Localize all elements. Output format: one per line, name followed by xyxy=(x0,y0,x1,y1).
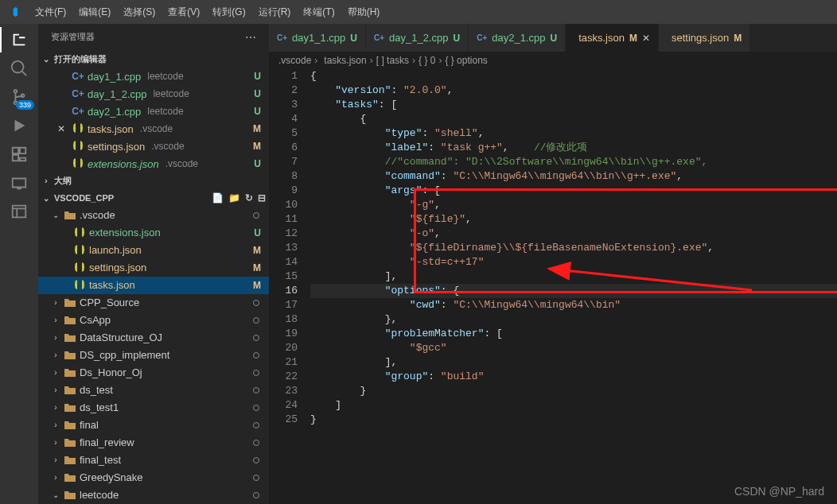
tree-label: final_test xyxy=(80,454,121,466)
open-editor-item[interactable]: settings.json.vscodeM xyxy=(38,138,269,155)
close-icon[interactable]: ✕ xyxy=(57,123,68,134)
folder-item[interactable]: ›CPP_Source xyxy=(38,294,269,312)
folder-item[interactable]: ›DS_cpp_implement xyxy=(38,347,269,364)
tree-label: ds_test xyxy=(80,384,113,396)
folder-item[interactable]: ⌄.vscode xyxy=(38,207,269,224)
folder-item[interactable]: ›final xyxy=(38,417,269,434)
menu-item[interactable]: 终端(T) xyxy=(297,3,341,21)
new-folder-icon[interactable]: 📁 xyxy=(228,192,240,204)
workspace-header[interactable]: ⌄ VSCODE_CPP 📄 📁 ↻ ⊟ xyxy=(38,190,269,207)
new-file-icon[interactable]: 📄 xyxy=(212,192,224,204)
folder-icon xyxy=(64,331,76,344)
remote-icon[interactable] xyxy=(10,173,29,192)
open-editors-header[interactable]: ⌄ 打开的编辑器 xyxy=(38,51,269,68)
menu-item[interactable]: 帮助(H) xyxy=(341,3,387,21)
file-path-suffix: .vscode xyxy=(140,123,173,134)
explorer-icon[interactable] xyxy=(10,30,29,49)
folder-item[interactable]: ›DataStructure_OJ xyxy=(38,329,269,347)
menu-item[interactable]: 查看(V) xyxy=(162,3,206,21)
editor-tab[interactable]: C+day_1_2.cppU xyxy=(366,24,469,52)
refresh-icon[interactable]: ↻ xyxy=(245,192,253,204)
source-control-icon[interactable]: 339 xyxy=(10,87,29,107)
file-label: day1_1.cpp xyxy=(88,71,141,83)
chevron-right-icon: › xyxy=(51,438,60,447)
dirty-indicator xyxy=(253,212,259,219)
file-item[interactable]: extensions.jsonU xyxy=(38,224,269,242)
folder-item[interactable]: ›ds_test1 xyxy=(38,399,269,417)
open-editor-item[interactable]: ✕tasks.json.vscodeM xyxy=(38,120,269,138)
open-editor-item[interactable]: C+day1_1.cppleetcodeU xyxy=(38,68,269,85)
file-path-suffix: leetcode xyxy=(147,71,183,82)
tree-label: final xyxy=(80,419,99,431)
menu-item[interactable]: 转到(G) xyxy=(206,3,251,21)
menu-item[interactable]: 运行(R) xyxy=(252,3,298,21)
menu-item[interactable]: 选择(S) xyxy=(117,3,162,21)
file-label: day2_1.cpp xyxy=(88,106,141,118)
folder-icon xyxy=(64,401,76,414)
editor-tab[interactable]: C+day1_1.cppU xyxy=(269,24,366,52)
breadcrumbs[interactable]: .vscode›tasks.json›[ ] tasks›{ } 0›{ } o… xyxy=(269,52,837,69)
editor-tab[interactable]: tasks.jsonM✕ xyxy=(566,24,659,52)
json-file-icon xyxy=(73,262,86,274)
line-gutter: 1234567891011121314151617181920212223242… xyxy=(269,69,310,504)
git-status: U xyxy=(254,158,261,169)
tab-label: day2_1.cpp xyxy=(492,32,545,44)
cpp-file-icon: C+ xyxy=(477,33,487,42)
cpp-file-icon: C+ xyxy=(72,87,84,100)
folder-item[interactable]: ›CsApp xyxy=(38,312,269,329)
tab-label: tasks.json xyxy=(578,32,625,44)
folder-item[interactable]: ›Ds_Honor_Oj xyxy=(38,364,269,382)
breadcrumb-item[interactable]: tasks.json xyxy=(321,55,366,66)
folder-item[interactable]: ›final_review xyxy=(38,434,269,452)
dirty-indicator xyxy=(253,370,259,376)
json-file-icon xyxy=(72,140,84,153)
menu-item[interactable]: 文件(F) xyxy=(29,3,72,21)
breadcrumb-item[interactable]: { } options xyxy=(445,55,487,66)
chevron-right-icon: › xyxy=(51,403,60,412)
folder-icon xyxy=(64,366,76,379)
run-debug-icon[interactable] xyxy=(10,116,29,135)
folder-item[interactable]: ⌄leetcode xyxy=(38,487,269,504)
git-status: U xyxy=(453,33,460,44)
extensions-icon[interactable] xyxy=(10,145,29,164)
chevron-right-icon: › xyxy=(370,55,373,66)
open-editor-item[interactable]: C+day2_1.cppleetcodeU xyxy=(38,103,269,120)
file-path-suffix: .vscode xyxy=(165,158,198,169)
close-icon[interactable]: ✕ xyxy=(642,33,650,44)
git-status: M xyxy=(253,280,261,291)
breadcrumb-item[interactable]: [ ] tasks xyxy=(376,55,409,66)
sidebar-title: 资源管理器 ⋯ xyxy=(38,24,269,51)
file-item[interactable]: launch.jsonM xyxy=(38,242,269,259)
outline-header[interactable]: › 大纲 xyxy=(38,173,269,189)
tab-label: settings.json xyxy=(672,32,729,44)
folder-item[interactable]: ›ds_test xyxy=(38,382,269,399)
folder-item[interactable]: ›final_test xyxy=(38,452,269,469)
chevron-right-icon: › xyxy=(51,473,60,482)
file-label: settings.json xyxy=(88,141,145,153)
editor-tab[interactable]: settings.jsonM xyxy=(659,24,750,52)
search-icon[interactable] xyxy=(10,59,29,78)
breadcrumb-item[interactable]: .vscode xyxy=(278,55,311,66)
tree-label: leetcode xyxy=(80,489,119,501)
editor-tab[interactable]: C+day2_1.cppU xyxy=(469,24,566,52)
layout-icon[interactable] xyxy=(10,202,29,221)
cpp-file-icon: C+ xyxy=(277,33,287,42)
breadcrumb-item[interactable]: { } 0 xyxy=(418,55,435,66)
folder-item[interactable]: ›GreedySnake xyxy=(38,469,269,487)
menu-item[interactable]: 编辑(E) xyxy=(72,3,117,21)
folder-icon xyxy=(64,209,76,222)
vscode-logo-icon xyxy=(6,6,19,18)
code-content[interactable]: { "version": "2.0.0", "tasks": [ { "type… xyxy=(310,69,837,504)
git-status: M xyxy=(253,245,261,256)
collapse-all-icon[interactable]: ⊟ xyxy=(258,192,266,204)
more-actions-icon[interactable]: ⋯ xyxy=(245,31,256,44)
git-status: M xyxy=(734,33,742,44)
file-item[interactable]: settings.jsonM xyxy=(38,259,269,277)
git-status: U xyxy=(254,227,261,238)
editor[interactable]: 1234567891011121314151617181920212223242… xyxy=(269,69,837,504)
open-editor-item[interactable]: extensions.json.vscodeU xyxy=(38,155,269,173)
chevron-down-icon: ⌄ xyxy=(41,194,51,203)
open-editor-item[interactable]: C+day_1_2.cppleetcodeU xyxy=(38,85,269,103)
explorer-sidebar: 资源管理器 ⋯ ⌄ 打开的编辑器 C+day1_1.cppleetcodeUC+… xyxy=(38,24,269,504)
file-item[interactable]: tasks.jsonM xyxy=(38,277,269,294)
